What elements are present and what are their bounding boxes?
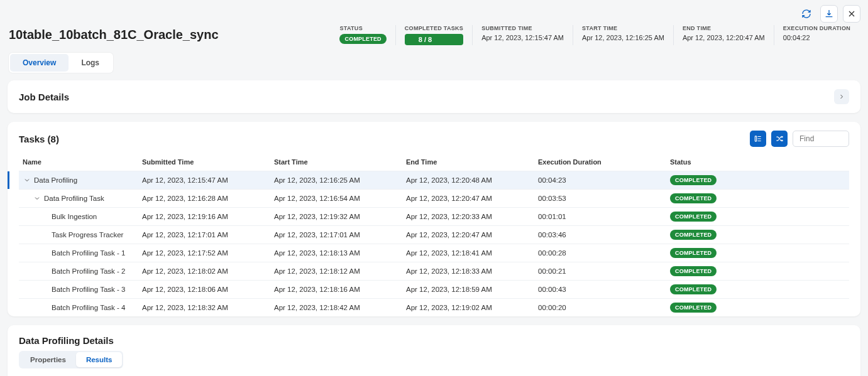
tasks-graph-view-button[interactable]: [771, 131, 788, 147]
meta-completed-label: COMPLETED TASKS: [405, 25, 463, 31]
col-end: End Time: [402, 153, 534, 171]
meta-duration-label: EXECUTION DURATION: [783, 25, 850, 31]
download-button[interactable]: [820, 5, 838, 23]
row-name: Task Progress Tracker: [52, 231, 123, 239]
svg-rect-0: [755, 136, 756, 141]
meta-start: START TIME Apr 12, 2023, 12:16:25 AM: [573, 25, 673, 45]
close-button[interactable]: [843, 5, 860, 23]
cell-end: Apr 12, 2023, 12:19:02 AM: [402, 299, 534, 317]
row-name: Bulk Ingestion: [52, 213, 97, 220]
meta-submitted-label: SUBMITTED TIME: [481, 25, 564, 31]
row-status-badge: COMPLETED: [670, 193, 717, 203]
cell-start: Apr 12, 2023, 12:18:42 AM: [270, 299, 402, 317]
col-start: Start Time: [270, 153, 402, 171]
row-name: Batch Profiling Task - 3: [52, 286, 125, 293]
row-status-badge: COMPLETED: [670, 284, 717, 294]
cell-submitted: Apr 12, 2023, 12:18:02 AM: [138, 262, 270, 281]
cell-duration: 00:00:43: [534, 281, 666, 299]
cell-start: Apr 12, 2023, 12:17:01 AM: [270, 226, 402, 244]
table-row[interactable]: Batch Profiling Task - 3Apr 12, 2023, 12…: [19, 281, 849, 299]
dp-tabbar: Properties Results: [19, 351, 123, 368]
cell-end: Apr 12, 2023, 12:18:59 AM: [402, 281, 534, 299]
row-status-badge: COMPLETED: [670, 266, 717, 276]
job-details-header: Job Details: [8, 80, 860, 113]
job-details-card: Job Details: [8, 80, 860, 113]
tasks-list-view-button[interactable]: [750, 131, 766, 147]
row-toggle[interactable]: [33, 194, 41, 203]
cell-end: Apr 12, 2023, 12:18:33 AM: [402, 262, 534, 281]
table-row[interactable]: Data Profiling TaskApr 12, 2023, 12:16:2…: [19, 190, 849, 208]
cell-end: Apr 12, 2023, 12:20:47 AM: [402, 226, 534, 244]
cell-duration: 00:00:20: [534, 299, 666, 317]
tasks-header: Tasks (8): [8, 122, 860, 153]
tasks-card: Tasks (8) Name Submitted Time Start Time…: [8, 122, 860, 316]
row-status-badge: COMPLETED: [670, 212, 717, 222]
close-icon: [847, 9, 857, 19]
meta-start-label: START TIME: [582, 25, 664, 31]
cell-duration: 00:01:01: [534, 208, 666, 226]
row-name: Batch Profiling Task - 1: [52, 249, 125, 257]
table-row[interactable]: Bulk IngestionApr 12, 2023, 12:19:16 AMA…: [19, 208, 849, 226]
job-details-title: Job Details: [19, 92, 69, 102]
meta-end-value: Apr 12, 2023, 12:20:47 AM: [683, 34, 765, 41]
dp-tab-results[interactable]: Results: [76, 352, 123, 367]
shuffle-icon: [775, 134, 784, 143]
dp-title: Data Profiling Details: [8, 325, 860, 351]
table-row[interactable]: Batch Profiling Task - 1Apr 12, 2023, 12…: [19, 244, 849, 262]
cell-start: Apr 12, 2023, 12:18:13 AM: [270, 244, 402, 262]
table-row[interactable]: Batch Profiling Task - 2Apr 12, 2023, 12…: [19, 262, 849, 281]
cell-duration: 00:00:28: [534, 244, 666, 262]
table-row[interactable]: Batch Profiling Task - 4Apr 12, 2023, 12…: [19, 299, 849, 317]
meta-duration: EXECUTION DURATION 00:04:22: [774, 25, 859, 45]
main-tabbar: Overview Logs: [9, 53, 113, 73]
meta-end: END TIME Apr 12, 2023, 12:20:47 AM: [673, 25, 774, 45]
page-title: 10table_10batch_81C_Oracle_sync: [9, 25, 318, 42]
table-row[interactable]: Task Progress TrackerApr 12, 2023, 12:17…: [19, 226, 849, 244]
tab-overview[interactable]: Overview: [10, 54, 69, 72]
top-action-bar: [0, 0, 868, 25]
meta-end-label: END TIME: [683, 25, 765, 31]
cell-submitted: Apr 12, 2023, 12:18:06 AM: [138, 281, 270, 299]
cell-start: Apr 12, 2023, 12:18:12 AM: [270, 262, 402, 281]
meta-start-value: Apr 12, 2023, 12:16:25 AM: [582, 34, 664, 41]
col-status: Status: [666, 153, 849, 171]
tasks-table: Name Submitted Time Start Time End Time …: [19, 153, 849, 316]
col-name: Name: [19, 153, 138, 171]
cell-start: Apr 12, 2023, 12:16:25 AM: [270, 171, 402, 190]
download-icon: [824, 9, 834, 19]
row-status-badge: COMPLETED: [670, 303, 717, 313]
meta-group: STATUS COMPLETED COMPLETED TASKS 8 / 8 S…: [331, 25, 859, 45]
row-toggle[interactable]: [23, 176, 31, 185]
chevron-down-icon: [33, 195, 41, 202]
table-row[interactable]: Data ProfilingApr 12, 2023, 12:15:47 AMA…: [19, 171, 849, 190]
row-status-badge: COMPLETED: [670, 175, 717, 185]
page-header: 10table_10batch_81C_Oracle_sync STATUS C…: [0, 25, 868, 53]
cell-start: Apr 12, 2023, 12:19:32 AM: [270, 208, 402, 226]
cell-end: Apr 12, 2023, 12:18:41 AM: [402, 244, 534, 262]
refresh-button[interactable]: [798, 5, 815, 23]
tasks-title: Tasks (8): [19, 134, 750, 144]
meta-status: STATUS COMPLETED: [331, 25, 395, 45]
cell-start: Apr 12, 2023, 12:18:16 AM: [270, 281, 402, 299]
tab-logs[interactable]: Logs: [69, 54, 112, 72]
meta-submitted-value: Apr 12, 2023, 12:15:47 AM: [481, 34, 564, 41]
cell-end: Apr 12, 2023, 12:20:48 AM: [402, 171, 534, 190]
refresh-icon: [801, 9, 811, 19]
completed-tasks-badge: 8 / 8: [405, 34, 463, 45]
cell-duration: 00:03:53: [534, 190, 666, 208]
dp-card: Data Profiling Details Properties Result…: [8, 325, 860, 376]
cell-end: Apr 12, 2023, 12:20:47 AM: [402, 190, 534, 208]
dp-tab-properties[interactable]: Properties: [20, 352, 76, 367]
job-details-expand-button[interactable]: [834, 89, 849, 104]
cell-submitted: Apr 12, 2023, 12:17:52 AM: [138, 244, 270, 262]
cell-end: Apr 12, 2023, 12:20:33 AM: [402, 208, 534, 226]
row-name: Batch Profiling Task - 4: [52, 304, 125, 311]
cell-submitted: Apr 12, 2023, 12:18:32 AM: [138, 299, 270, 317]
list-view-icon: [754, 134, 762, 143]
col-submitted: Submitted Time: [138, 153, 270, 171]
col-duration: Execution Duration: [534, 153, 666, 171]
cell-submitted: Apr 12, 2023, 12:16:28 AM: [138, 190, 270, 208]
status-badge: COMPLETED: [339, 34, 386, 44]
tasks-find-input[interactable]: [793, 131, 849, 147]
cell-submitted: Apr 12, 2023, 12:17:01 AM: [138, 226, 270, 244]
